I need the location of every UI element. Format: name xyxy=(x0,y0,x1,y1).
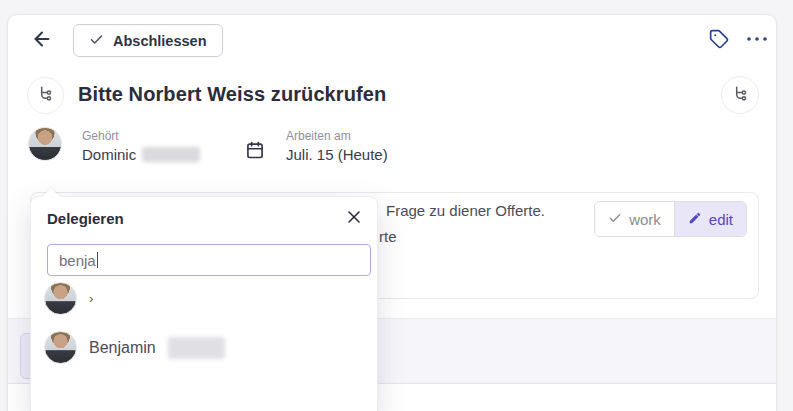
edit-button-label: edit xyxy=(709,211,733,228)
complete-button-label: Abschliessen xyxy=(113,33,207,49)
subtask-branch-button[interactable] xyxy=(27,77,64,114)
tag-button[interactable] xyxy=(709,29,731,51)
arrow-left-icon xyxy=(31,36,53,53)
user-avatar xyxy=(44,331,77,364)
page-title: Bitte Norbert Weiss zurückrufen xyxy=(78,83,386,106)
owner-name: Dominic xyxy=(82,146,136,163)
popover-caret xyxy=(42,188,60,197)
text-cursor xyxy=(97,252,99,268)
page-background: Abschliessen Bitte Norbert Weiss zurückr… xyxy=(0,0,793,411)
delegate-search-value: benja xyxy=(59,252,96,269)
work-button-label: work xyxy=(629,211,661,228)
calendar-icon xyxy=(245,140,265,160)
task-tree-button[interactable] xyxy=(721,76,759,114)
delegate-popover: Delegieren benja › Benjamin xyxy=(30,196,378,411)
close-button[interactable] xyxy=(346,209,364,227)
delegate-option[interactable]: Benjamin xyxy=(44,331,366,364)
branch-icon xyxy=(731,84,750,107)
tag-icon xyxy=(709,35,729,52)
delegate-search-input[interactable]: benja xyxy=(47,244,371,276)
owner-label: Gehört xyxy=(82,129,200,143)
work-date-value: Juli. 15 (Heute) xyxy=(286,146,388,163)
pencil-icon xyxy=(688,211,702,228)
delegate-option-label: Benjamin xyxy=(89,339,156,357)
check-icon xyxy=(608,211,622,228)
work-button[interactable]: work xyxy=(595,202,675,236)
owner-lastname-redacted xyxy=(142,147,200,162)
user-avatar xyxy=(44,282,77,315)
message-text-line2: rte xyxy=(379,226,397,247)
close-icon xyxy=(346,211,362,228)
back-button[interactable] xyxy=(31,28,55,52)
owner-avatar[interactable] xyxy=(28,127,62,161)
delegate-option-label: › xyxy=(89,291,93,306)
work-date-label: Arbeiten am xyxy=(286,129,388,143)
work-date-field[interactable]: Arbeiten am Juli. 15 (Heute) xyxy=(286,129,388,163)
lastname-redacted xyxy=(168,337,225,359)
check-icon xyxy=(89,32,104,50)
complete-button[interactable]: Abschliessen xyxy=(73,24,223,57)
ellipsis-icon xyxy=(745,33,769,50)
popover-title: Delegieren xyxy=(47,210,124,227)
message-text-line1: Frage zu diener Offerte. xyxy=(386,200,545,221)
work-edit-toggle: work edit xyxy=(594,201,747,237)
edit-button[interactable]: edit xyxy=(675,202,746,236)
more-options-button[interactable] xyxy=(745,31,771,49)
owner-field[interactable]: Gehört Dominic xyxy=(82,129,200,163)
delegate-option[interactable]: › xyxy=(44,282,366,315)
branch-icon xyxy=(36,84,55,107)
